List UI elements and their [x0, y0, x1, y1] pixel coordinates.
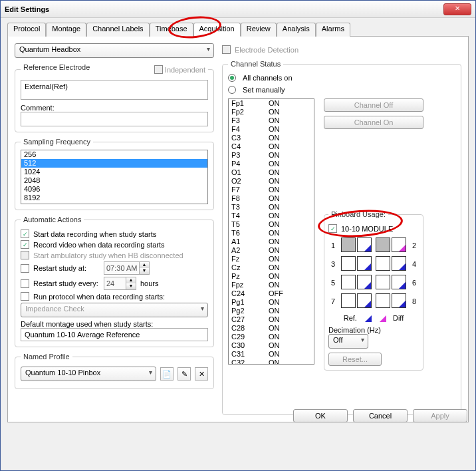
channel-row[interactable]: C28ON [229, 324, 314, 333]
channel-row[interactable]: C4ON [229, 142, 314, 151]
sampling-option[interactable]: 2048 [21, 176, 207, 185]
restart-every-value[interactable]: ▲▼ [104, 277, 136, 290]
pinboard-slot[interactable] [357, 256, 372, 271]
channel-row[interactable]: T6ON [229, 229, 314, 237]
pinboard-slot[interactable] [392, 275, 406, 289]
sampling-frequency-list[interactable]: 256512102420484096819216384 [21, 150, 208, 204]
channel-row[interactable]: O2ON [229, 177, 314, 186]
restart-at-checkbox[interactable] [21, 264, 29, 273]
pinboard-slot[interactable] [341, 293, 356, 308]
channel-row[interactable]: C29ON [229, 333, 314, 341]
start-ambulatory-checkbox [21, 251, 29, 259]
channel-row[interactable]: C3ON [229, 134, 314, 142]
channel-list[interactable]: Fp1ONFp2ONF3ONF4ONC3ONC4ONP3ONP4ONO1ONO2… [228, 98, 314, 365]
pinboard-slot[interactable] [376, 256, 390, 271]
edit-profile-icon[interactable]: ✎ [178, 367, 191, 381]
cancel-button[interactable]: Cancel [353, 409, 408, 422]
pinboard-slot[interactable] [341, 256, 356, 271]
new-profile-icon[interactable]: 📄 [160, 367, 174, 381]
sampling-option[interactable]: 16384 [21, 202, 207, 204]
channel-row[interactable]: P3ON [229, 151, 314, 160]
channel-row[interactable]: C24OFF [229, 289, 314, 298]
sampling-option[interactable]: 256 [21, 150, 207, 159]
channel-row[interactable]: FpzON [229, 281, 314, 289]
record-video-checkbox[interactable]: ✓ [21, 240, 29, 249]
pinboard-slot[interactable] [376, 293, 390, 308]
pinboard-slot[interactable] [392, 237, 406, 252]
channel-row[interactable]: PzON [229, 272, 314, 281]
named-profile-dropdown[interactable]: Quantum 10-10 Pinbox [21, 367, 156, 381]
tab-montage[interactable]: Montage [46, 23, 86, 37]
independent-label: Independent [165, 66, 205, 74]
channel-row[interactable]: Fp1ON [229, 99, 314, 108]
headbox-dropdown[interactable]: Quantum Headbox [15, 43, 214, 58]
pinboard-slot[interactable] [376, 275, 390, 289]
restart-at-time[interactable]: ▲▼ [104, 261, 150, 275]
content-area: ProtocolMontageChannel LabelsTimebaseAcq… [1, 18, 475, 428]
grid-num: 7 [328, 297, 338, 305]
spinner-down-icon[interactable]: ▼ [140, 268, 149, 274]
all-channels-on-label: All channels on [243, 74, 293, 82]
pinboard-usage-legend: Pinboard Usage: [328, 210, 388, 218]
pinboard-module-checkbox[interactable]: ✓ [328, 224, 337, 233]
channel-row[interactable]: C30ON [229, 341, 314, 350]
tab-analysis[interactable]: Analysis [277, 23, 316, 37]
default-montage-value[interactable]: Quantum 10-10 Average Reference [21, 328, 208, 341]
sampling-option[interactable]: 8192 [21, 194, 207, 202]
set-manually-radio[interactable] [228, 86, 236, 94]
spinner-up-icon[interactable]: ▲ [126, 277, 136, 283]
grid-num: 2 [410, 241, 419, 249]
close-button[interactable]: ✕ [443, 3, 471, 15]
run-protocol-checkbox[interactable] [21, 292, 29, 301]
tab-alarms[interactable]: Alarms [316, 23, 350, 37]
pinboard-slot[interactable] [357, 275, 372, 289]
channel-row[interactable]: Pg2ON [229, 307, 314, 315]
tab-acquisition[interactable]: Acquisition [193, 23, 241, 37]
channel-row[interactable]: A2ON [229, 246, 314, 255]
tab-channel-labels[interactable]: Channel Labels [86, 23, 149, 37]
spinner-up-icon[interactable]: ▲ [140, 262, 149, 268]
channel-row[interactable]: T3ON [229, 203, 314, 212]
ok-button[interactable]: OK [293, 409, 348, 422]
restart-every-checkbox[interactable] [21, 279, 29, 288]
delete-profile-icon[interactable]: ✕ [195, 367, 208, 381]
channel-row[interactable]: F7ON [229, 186, 314, 194]
pinboard-module-label: 10-10 MODULE [341, 225, 393, 233]
sampling-option[interactable]: 1024 [21, 168, 207, 176]
tab-protocol[interactable]: Protocol [7, 23, 46, 37]
comment-input[interactable] [21, 112, 208, 126]
channel-row[interactable]: Pg1ON [229, 298, 314, 307]
channel-row[interactable]: A1ON [229, 237, 314, 246]
channel-row[interactable]: CzON [229, 263, 314, 272]
channel-row[interactable]: F4ON [229, 125, 314, 134]
pinboard-slot[interactable] [357, 237, 372, 252]
tab-timebase[interactable]: Timebase [150, 23, 193, 37]
channel-row[interactable]: T4ON [229, 212, 314, 220]
sampling-option[interactable]: 4096 [21, 185, 207, 194]
channel-row[interactable]: C32ON [229, 359, 314, 365]
pinboard-slot[interactable] [376, 237, 390, 252]
pinboard-slot[interactable] [357, 293, 372, 308]
channel-row[interactable]: T5ON [229, 220, 314, 229]
channel-row[interactable]: F8ON [229, 194, 314, 203]
pinboard-slot[interactable] [341, 275, 356, 289]
pinboard-slot[interactable] [392, 256, 406, 271]
start-recording-checkbox[interactable]: ✓ [21, 230, 29, 238]
spinner-down-icon[interactable]: ▼ [126, 283, 136, 289]
channel-row[interactable]: O1ON [229, 168, 314, 177]
pinboard-slot[interactable] [341, 237, 356, 252]
channel-row[interactable]: C31ON [229, 350, 314, 359]
reference-electrode-value[interactable]: External(Ref) [21, 80, 208, 100]
grid-num: 1 [328, 241, 338, 249]
channel-row[interactable]: F3ON [229, 116, 314, 125]
channel-row[interactable]: FzON [229, 255, 314, 263]
sampling-option[interactable]: 512 [21, 159, 207, 168]
pinboard-slot[interactable] [392, 293, 406, 308]
decimation-dropdown[interactable]: Off [328, 334, 368, 349]
channel-row[interactable]: P4ON [229, 160, 314, 168]
channel-row[interactable]: C27ON [229, 315, 314, 324]
tab-review[interactable]: Review [241, 23, 277, 37]
restart-every-unit: hours [140, 279, 159, 287]
all-channels-on-radio[interactable] [228, 74, 236, 82]
channel-row[interactable]: Fp2ON [229, 108, 314, 116]
